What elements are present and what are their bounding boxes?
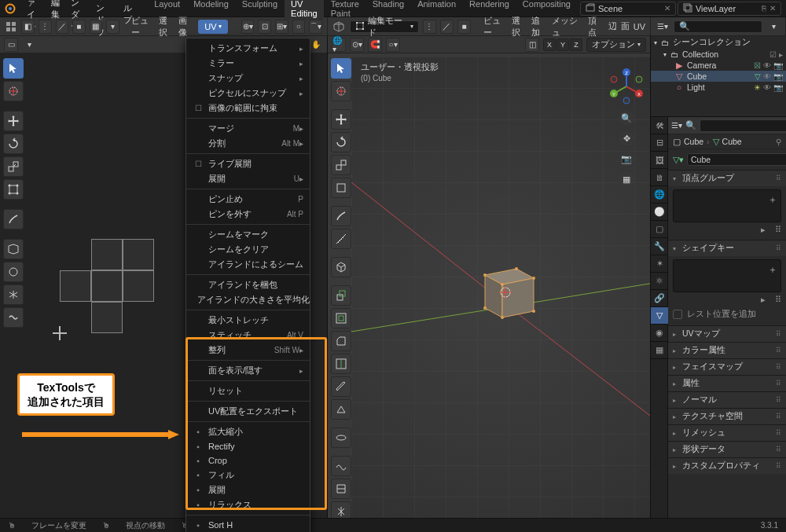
panel-header[interactable]: ▸形状データ⠿	[668, 442, 786, 457]
uv-menu-uv[interactable]: UV ▾	[198, 20, 227, 34]
menu-item[interactable]: ピクセルにスナップ▸	[186, 86, 310, 101]
ptab-modifier[interactable]: 🔧	[651, 238, 668, 255]
ptab-particles[interactable]: ✶	[651, 255, 668, 273]
outliner-type-icon[interactable]: ☰▾	[656, 20, 670, 34]
rest-position-checkbox[interactable]	[673, 310, 682, 319]
v3d-tool-transform[interactable]	[331, 178, 351, 198]
outliner-search[interactable]: 🔍	[674, 20, 762, 33]
menu-item[interactable]: ▪フィル	[186, 468, 310, 482]
uv-menu-select[interactable]: 選択	[159, 15, 174, 39]
nav-gizmo[interactable]: X Y Z	[608, 68, 645, 105]
ptab-texture[interactable]: ▦	[651, 342, 668, 359]
hand-icon[interactable]: ✋	[309, 38, 323, 52]
filter-icon[interactable]: ▾	[766, 20, 780, 34]
menu-item[interactable]: ▪リラックス	[186, 497, 310, 512]
shape-key-list[interactable]: ＋	[673, 259, 781, 292]
cube-object[interactable]	[476, 261, 542, 324]
viewlayer-field[interactable]: ⎘ ✕	[678, 2, 781, 16]
tab-animation[interactable]: Animation	[411, 0, 462, 20]
ptab-viewlayer[interactable]: 🗎	[651, 169, 668, 186]
uv-menu-image[interactable]: 画像	[178, 15, 194, 39]
tool-select[interactable]	[3, 58, 24, 79]
render-icon[interactable]: 📷	[773, 83, 783, 92]
menu-item[interactable]: リセット	[186, 383, 310, 398]
scene-field[interactable]: ✕	[580, 2, 676, 16]
uv-sync-icon[interactable]: ◧	[21, 20, 35, 34]
scene-input[interactable]	[598, 4, 661, 13]
render-toggle-icon[interactable]: ▸	[779, 50, 783, 59]
mirror-z[interactable]: Z	[570, 39, 582, 51]
menu-item[interactable]: シームをクリア	[186, 242, 310, 257]
tool-move[interactable]	[3, 111, 24, 131]
orientation-icon[interactable]: 🌐▾	[332, 38, 346, 52]
falloff-icon[interactable]: ⌒▾	[309, 20, 322, 34]
data-name-input[interactable]	[687, 153, 786, 166]
menu-item[interactable]: スティッチAlt V	[186, 328, 310, 343]
panel-header[interactable]: ▸リメッシュ⠿	[668, 425, 786, 441]
uv-menu-view[interactable]: ビュー	[131, 15, 155, 39]
editor-type-icon[interactable]	[5, 20, 17, 34]
close-icon[interactable]: ✕	[664, 4, 670, 13]
v3d-tool-move[interactable]	[331, 109, 351, 130]
v3d-tool-scale[interactable]	[331, 155, 351, 175]
outliner-scene-collection[interactable]: ▾ 🗀 シーンコレクション	[651, 36, 786, 49]
menu-item[interactable]: スナップ▸	[186, 71, 310, 86]
v3d-canvas[interactable]	[351, 57, 650, 518]
ptab-object[interactable]: ▢	[651, 221, 668, 238]
menu-item[interactable]: アイランドによるシーム	[186, 257, 310, 272]
panel-drag-icon[interactable]: ⠿	[776, 347, 781, 354]
tab-texturepaint[interactable]: Texture Paint	[325, 0, 365, 20]
panel-drag-icon[interactable]: ⠿	[776, 330, 781, 338]
menu-item[interactable]: 展開U▸	[186, 171, 310, 186]
tool-pinch[interactable]	[3, 284, 24, 305]
menu-item[interactable]: ピン止めP	[186, 192, 310, 207]
panel-header[interactable]: ▸属性⠿	[668, 376, 786, 391]
menu-item[interactable]: アイランドを梱包	[186, 277, 310, 292]
crumb-object[interactable]: Cube	[684, 137, 703, 146]
v3d-tool-rotate[interactable]	[331, 132, 351, 152]
v3d-menu-vert[interactable]: 頂点	[588, 15, 604, 39]
ptab-output[interactable]: 🖼	[651, 152, 668, 169]
new-icon[interactable]: ⎘	[762, 4, 766, 13]
render-icon[interactable]: 📷	[773, 72, 783, 81]
panel-header[interactable]: ▸テクスチャ空間⠿	[668, 409, 786, 424]
tool-annotate[interactable]	[3, 209, 24, 229]
outliner-search-input[interactable]	[693, 22, 756, 31]
vertex-group-list[interactable]: ＋	[673, 189, 781, 222]
props-search-input[interactable]	[700, 119, 786, 132]
tab-sculpting[interactable]: Sculpting	[236, 0, 284, 20]
menu-item[interactable]: トランスフォーム▸	[186, 41, 310, 56]
ptab-world[interactable]: ⚪	[651, 204, 668, 221]
snap-3d-icon[interactable]: 🧲	[368, 38, 382, 52]
outliner-item-light[interactable]: ○ Light ☀👁📷	[651, 82, 786, 93]
v3d-menu-add[interactable]: 追加	[531, 15, 548, 39]
props-type-icon[interactable]: ☰▾	[671, 119, 682, 133]
snap-type-icon[interactable]: ⊞▾	[275, 20, 288, 34]
proportional-3d-icon[interactable]: ○▾	[386, 38, 400, 52]
v3d-tool-polybuild[interactable]	[331, 399, 351, 420]
panel-drag-icon[interactable]: ⠿	[776, 413, 781, 420]
menu-item[interactable]: ミラー▸	[186, 56, 310, 71]
sel-face-icon[interactable]: ■	[72, 20, 86, 34]
pin-icon[interactable]: ⚲	[776, 138, 781, 146]
ptab-material[interactable]: ◉	[651, 325, 668, 342]
panel-drag-icon[interactable]: ⠿	[776, 429, 781, 437]
tool-cursor[interactable]	[3, 81, 24, 101]
outliner-item-cube[interactable]: ▽ Cube ▽👁📷	[651, 71, 786, 82]
v3d-tool-edgeslide[interactable]	[331, 479, 351, 499]
selmode-edge-icon[interactable]: ／	[440, 20, 454, 34]
v3d-tool-measure[interactable]	[331, 229, 351, 249]
ptab-tool[interactable]: 🛠	[651, 117, 668, 134]
mirror-icon[interactable]: ◫	[525, 38, 539, 52]
menu-item[interactable]: ▪Sort H	[186, 518, 310, 532]
v3d-tool-smooth[interactable]	[331, 456, 351, 476]
ptab-scene[interactable]: 🌐	[651, 186, 668, 204]
camera-view-icon[interactable]: 📷	[619, 151, 634, 167]
v3d-tool-inset[interactable]	[331, 308, 351, 328]
visibility-icon[interactable]: 👁	[763, 72, 771, 81]
v3d-menu-face[interactable]: 面	[621, 20, 630, 32]
menu-window[interactable]: ウィンドウ	[91, 1, 118, 17]
pivot-3d-icon[interactable]: ⊙▾	[350, 38, 364, 52]
panel-header[interactable]: ▾ シェイプキー ⠿	[668, 240, 786, 256]
menu-item[interactable]: 面を表示/隠す▸	[186, 363, 310, 378]
